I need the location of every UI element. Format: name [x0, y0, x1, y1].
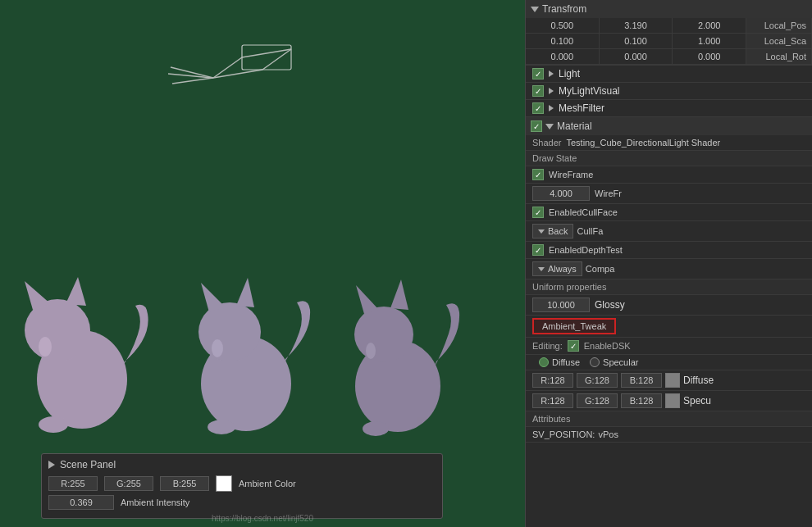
shader-row: Shader Testing_Cube_DirectionalLight Sha…: [526, 135, 812, 151]
depth-test-dropdown-arrow: [538, 267, 545, 271]
depth-test-row: EnabledDepthTest: [526, 242, 812, 259]
specular-swatch[interactable]: [665, 393, 680, 408]
cull-face-label: EnabledCullFace: [549, 207, 618, 217]
depth-test-dropdown-row: Always Compa: [526, 259, 812, 279]
svg-point-25: [366, 343, 376, 359]
cull-face-dropdown-arrow: [538, 229, 545, 234]
svg-marker-22: [356, 285, 379, 314]
transform-header: Transfrom: [526, 0, 812, 18]
watermark: https://blog.csdn.net/linjf520: [212, 514, 313, 523]
svg-marker-11: [66, 277, 86, 306]
editing-row: Editing: EnableDSK: [526, 338, 812, 355]
transform-v2-3[interactable]: 0.000: [600, 49, 673, 64]
glossy-value[interactable]: 10.000: [532, 298, 590, 312]
transform-label-1: Local_Pos: [746, 18, 812, 33]
meshfilter-arrow: [549, 105, 554, 111]
svg-point-13: [39, 337, 52, 357]
scene-panel-header: Scene Panel: [48, 459, 436, 470]
ambient-intensity-value[interactable]: 0.369: [48, 495, 114, 510]
ambient-intensity-row: 0.369 Ambient Intensity: [48, 495, 436, 510]
cull-face-checkbox[interactable]: [532, 207, 544, 218]
svg-point-19: [212, 339, 223, 357]
specular-label: Specular: [603, 357, 638, 367]
transform-v1-2[interactable]: 0.100: [526, 34, 600, 48]
svg-marker-23: [390, 279, 408, 310]
meshfilter-checkbox[interactable]: [532, 102, 544, 114]
transform-v3-2[interactable]: 1.000: [673, 34, 746, 48]
enable-dsk-checkbox[interactable]: [568, 340, 579, 352]
material-title: Material: [557, 120, 592, 132]
r-value[interactable]: R:255: [48, 476, 98, 491]
specular-b[interactable]: B:128: [621, 393, 662, 408]
scene-panel: Scene Panel R:255 G:255 B:255 Ambient Co…: [41, 453, 443, 519]
diffuse-b[interactable]: B:128: [621, 373, 662, 388]
diffuse-label: Diffuse: [552, 357, 580, 367]
diffuse-radio-group: Diffuse: [539, 357, 580, 367]
depth-test-value: Always: [548, 264, 577, 274]
attributes-header: Attributes: [526, 411, 812, 427]
transform-label-3: Local_Rot: [746, 49, 812, 64]
ambient-tweak-row: Ambient_Tweak: [526, 316, 812, 338]
meshfilter-label: MeshFilter: [559, 102, 604, 114]
light-checkbox[interactable]: [532, 68, 544, 80]
svg-marker-16: [201, 283, 226, 312]
b-value[interactable]: B:255: [160, 476, 209, 491]
wireframe-checkbox[interactable]: [532, 169, 544, 180]
svg-line-1: [262, 49, 291, 70]
transform-v3-1[interactable]: 2.000: [673, 18, 746, 33]
diffuse-rgb-row: R:128 G:128 B:128 Diffuse: [526, 370, 812, 391]
right-panel: Transfrom 0.500 3.190 2.000 Local_Pos 0.…: [525, 0, 812, 527]
g-value[interactable]: G:255: [104, 476, 153, 491]
svg-point-12: [39, 416, 68, 433]
mylightvisual-label: MyLightVisual: [559, 85, 619, 97]
transform-v3-3[interactable]: 0.000: [673, 49, 746, 64]
specular-g[interactable]: G:128: [577, 393, 618, 408]
ambient-color-swatch[interactable]: [216, 475, 232, 492]
meshfilter-component-row: MeshFilter: [526, 100, 812, 117]
depth-test-label: EnabledDepthTest: [549, 245, 623, 255]
uniform-label: Uniform properties: [532, 282, 606, 292]
cull-face-dropdown[interactable]: Back: [532, 224, 573, 239]
light-component-label: Light: [559, 68, 580, 80]
glossy-row: 10.000 Glossy: [526, 295, 812, 316]
cull-face-row: EnabledCullFace: [526, 204, 812, 221]
mylightvisual-checkbox[interactable]: [532, 85, 544, 97]
diffuse-swatch[interactable]: [665, 373, 680, 388]
specular-r[interactable]: R:128: [532, 393, 573, 408]
diffuse-g[interactable]: G:128: [577, 373, 618, 388]
ambient-tweak-value[interactable]: Ambient_Tweak: [532, 318, 616, 334]
svg-point-21: [354, 307, 413, 362]
diffuse-radio[interactable]: [539, 357, 549, 367]
transform-v2-2[interactable]: 0.100: [600, 34, 673, 48]
draw-state-header: Draw State: [526, 151, 812, 166]
attributes-label: Attributes: [532, 414, 570, 424]
specular-radio[interactable]: [590, 357, 600, 367]
depth-test-dropdown[interactable]: Always: [532, 261, 582, 276]
diffuse-r[interactable]: R:128: [532, 373, 573, 388]
transform-title: Transfrom: [542, 3, 586, 15]
transform-v1-3[interactable]: 0.000: [526, 49, 600, 64]
transform-label-2: Local_Sca: [746, 34, 812, 48]
specular-rgb-row: R:128 G:128 B:128 Specu: [526, 391, 812, 411]
material-arrow: [545, 124, 554, 129]
light-arrow: [549, 70, 554, 77]
transform-v2-1[interactable]: 3.190: [600, 18, 673, 33]
sv-position-label: SV_POSITION:: [532, 429, 595, 439]
depth-test-checkbox[interactable]: [532, 244, 544, 256]
specular-radio-group: Specular: [590, 357, 638, 367]
cull-face-right-label: CullFa: [577, 226, 603, 236]
svg-line-0: [213, 70, 262, 78]
draw-state-label: Draw State: [532, 153, 577, 163]
wireframe-value[interactable]: 4.000: [532, 186, 590, 201]
sv-position-value: vPos: [598, 429, 618, 439]
transform-v1-1[interactable]: 0.500: [526, 18, 600, 33]
material-section: Material Shader Testing_Cube_Directional…: [526, 117, 812, 443]
svg-line-2: [213, 57, 242, 78]
cull-face-dropdown-row: Back CullFa: [526, 221, 812, 242]
wireframe-right-label: WireFr: [595, 189, 622, 198]
material-checkbox[interactable]: [531, 120, 542, 132]
ambient-color-row: R:255 G:255 B:255 Ambient Color: [48, 475, 436, 492]
sv-position-row: SV_POSITION: vPos: [526, 427, 812, 442]
enable-dsk-label: EnableDSK: [584, 341, 631, 351]
glossy-right-label: Glossy: [595, 299, 625, 311]
